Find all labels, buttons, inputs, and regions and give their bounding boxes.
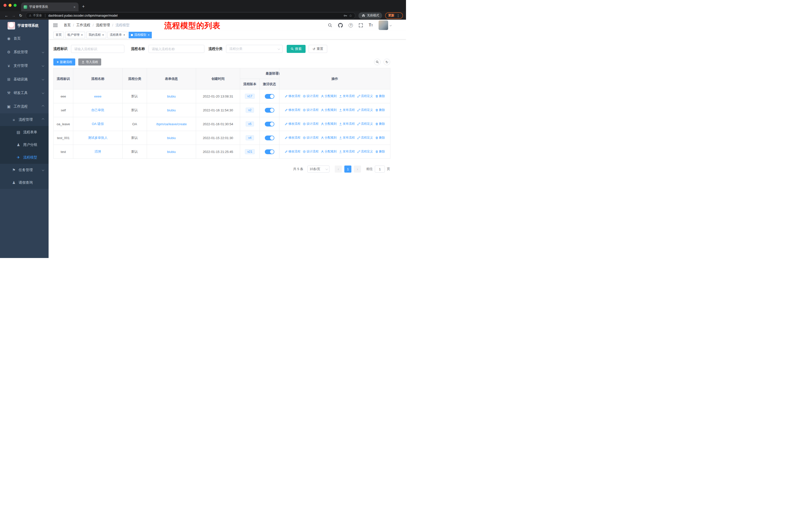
sidebar-item-system-management[interactable]: ⚙系统管理: [0, 45, 49, 59]
action-design[interactable]: 设计流程: [303, 108, 319, 112]
process-name-link[interactable]: 测试多审批人: [88, 136, 108, 140]
action-definition[interactable]: 流程定义: [357, 94, 373, 98]
breadcrumb-workflow[interactable]: 工作流程: [76, 23, 90, 27]
back-button[interactable]: ←: [3, 13, 10, 18]
form-info-link[interactable]: /bpm/oa/leave/create: [156, 122, 186, 126]
window-close-button[interactable]: [3, 4, 6, 7]
next-page-button[interactable]: ›: [354, 166, 361, 172]
action-publish[interactable]: 发布流程: [339, 108, 355, 112]
action-assign-rule[interactable]: 分配规则: [321, 150, 337, 154]
form-info-link[interactable]: biubiu: [167, 150, 176, 154]
sidebar-item-dev-tools[interactable]: ⚒研发工具: [0, 86, 49, 100]
action-delete[interactable]: 删除: [375, 136, 385, 140]
action-modify[interactable]: 修改流程: [285, 150, 300, 154]
action-definition[interactable]: 流程定义: [357, 136, 373, 140]
action-delete[interactable]: 删除: [375, 108, 385, 112]
import-process-button[interactable]: 导入流程: [78, 58, 101, 65]
tag-process-form[interactable]: 流程表单×: [108, 32, 127, 38]
form-info-link[interactable]: biubiu: [167, 108, 176, 112]
window-zoom-button[interactable]: [13, 4, 17, 7]
process-name-input[interactable]: [148, 45, 204, 53]
window-minimize-button[interactable]: [8, 4, 11, 7]
action-publish[interactable]: 发布流程: [339, 122, 355, 126]
action-design[interactable]: 设计流程: [303, 94, 319, 98]
prev-page-button[interactable]: ‹: [335, 166, 342, 172]
refresh-table-button[interactable]: ↻: [384, 59, 390, 65]
fullscreen-icon[interactable]: [359, 23, 363, 27]
sidebar-item-workflow[interactable]: ▣工作流程: [0, 100, 49, 113]
font-size-icon[interactable]: TT: [369, 23, 373, 27]
action-delete[interactable]: 删除: [375, 94, 385, 98]
action-modify[interactable]: 修改流程: [285, 94, 300, 98]
action-modify[interactable]: 修改流程: [285, 136, 300, 140]
action-assign-rule[interactable]: 分配规则: [321, 108, 337, 112]
new-tab-button[interactable]: +: [82, 4, 85, 9]
search-icon[interactable]: [328, 23, 332, 27]
show-search-button[interactable]: [374, 59, 381, 65]
close-icon[interactable]: ×: [81, 33, 83, 37]
action-publish[interactable]: 发布流程: [339, 150, 355, 154]
page-number-button[interactable]: 1: [344, 166, 351, 172]
reload-button[interactable]: ↻: [17, 13, 24, 18]
close-icon[interactable]: ×: [102, 33, 104, 37]
sidebar-item-home[interactable]: ◉首页: [0, 32, 49, 45]
menu-dots-icon[interactable]: ⋮: [397, 13, 400, 18]
breadcrumb-home[interactable]: 首页: [64, 23, 71, 27]
close-icon[interactable]: ×: [148, 33, 149, 37]
sidebar-item-process-management[interactable]: ≡流程管理: [0, 113, 49, 126]
tag-process-model[interactable]: 流程模型×: [128, 32, 152, 38]
process-name-link[interactable]: 自己审批: [91, 108, 105, 112]
form-info-link[interactable]: biubiu: [167, 94, 176, 98]
sidebar-item-payment-management[interactable]: ¥支付管理: [0, 59, 49, 73]
collapse-sidebar-icon[interactable]: [53, 24, 58, 27]
action-modify[interactable]: 修改流程: [285, 108, 300, 112]
action-design[interactable]: 设计流程: [303, 136, 319, 140]
active-status-toggle[interactable]: [265, 94, 274, 99]
active-status-toggle[interactable]: [265, 108, 274, 113]
action-assign-rule[interactable]: 分配规则: [321, 136, 337, 140]
action-publish[interactable]: 发布流程: [339, 94, 355, 98]
process-name-link[interactable]: eeee: [94, 94, 102, 98]
update-button[interactable]: 更新 ⋮: [385, 12, 403, 19]
page-size-select[interactable]: 10条/页: [307, 166, 329, 172]
github-icon[interactable]: [338, 23, 343, 28]
user-menu[interactable]: [379, 20, 392, 30]
process-key-input[interactable]: [71, 45, 124, 53]
action-design[interactable]: 设计流程: [303, 150, 319, 154]
create-process-button[interactable]: + 新建流程: [53, 58, 75, 65]
help-icon[interactable]: ?: [349, 23, 353, 27]
action-definition[interactable]: 流程定义: [357, 122, 373, 126]
sidebar-item-user-group[interactable]: ♟用户分组: [0, 139, 49, 151]
sidebar-item-infrastructure[interactable]: ⊞基础设施: [0, 73, 49, 86]
action-delete[interactable]: 删除: [375, 150, 385, 154]
avatar[interactable]: [379, 20, 388, 30]
active-status-toggle[interactable]: [265, 136, 274, 140]
tab-close-icon[interactable]: ×: [73, 5, 76, 9]
reset-button[interactable]: ↺ 重置: [309, 45, 327, 53]
form-info-link[interactable]: biubiu: [167, 136, 176, 140]
tag-tenant-management[interactable]: 租户管理×: [65, 32, 85, 38]
security-label[interactable]: 不安全: [33, 13, 42, 18]
active-status-toggle[interactable]: [265, 150, 274, 154]
action-definition[interactable]: 流程定义: [357, 150, 373, 154]
action-modify[interactable]: 修改流程: [285, 122, 300, 126]
process-name-link[interactable]: OA 请假: [92, 122, 104, 126]
sidebar-item-leave-query[interactable]: ♟请假查询: [0, 176, 49, 189]
app-logo[interactable]: 芋道管理系统: [0, 20, 49, 32]
action-definition[interactable]: 流程定义: [357, 108, 373, 112]
sidebar-item-process-form[interactable]: ▤流程表单: [0, 126, 49, 139]
browser-tab[interactable]: 芋道管理系统 ×: [21, 2, 79, 11]
tag-my-process[interactable]: 我的流程×: [86, 32, 106, 38]
sidebar-item-task-management[interactable]: ⚑任务管理: [0, 164, 49, 176]
category-select[interactable]: 流程分类: [226, 45, 283, 53]
search-button[interactable]: 搜索: [287, 45, 306, 53]
action-assign-rule[interactable]: 分配规则: [321, 94, 337, 98]
tag-home[interactable]: 首页: [53, 32, 64, 38]
process-name-link[interactable]: 滔博: [95, 150, 101, 154]
action-delete[interactable]: 删除: [375, 122, 385, 126]
address-bar[interactable]: ⚠ 不安全 dashboard.yudao.iocoder.cn/bpm/man…: [26, 12, 355, 19]
breadcrumb-process-management[interactable]: 流程管理: [96, 23, 110, 27]
sidebar-item-process-model[interactable]: ✈流程模型: [0, 151, 49, 164]
close-icon[interactable]: ×: [123, 33, 125, 37]
password-key-icon[interactable]: [343, 13, 347, 18]
